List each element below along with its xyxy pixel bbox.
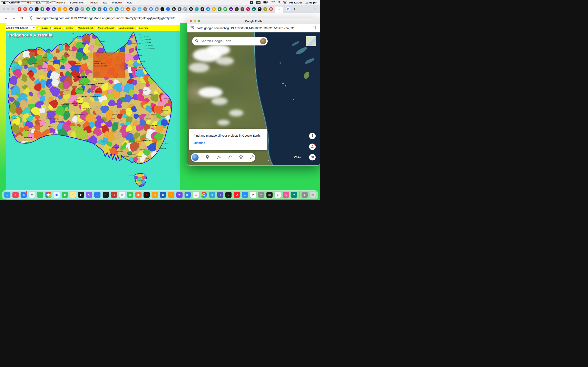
map-region[interactable] bbox=[111, 34, 116, 39]
map-region[interactable] bbox=[11, 145, 18, 150]
map-region[interactable] bbox=[163, 157, 171, 166]
dock-item-maps[interactable]: ⚑ bbox=[29, 192, 35, 198]
overview-minimap[interactable] bbox=[306, 36, 316, 46]
search-engine-select[interactable]: Google Web Search bbox=[5, 26, 36, 30]
account-avatar[interactable] bbox=[260, 38, 266, 44]
pinned-tab-14[interactable]: ↻ bbox=[98, 7, 102, 11]
pinned-tab-9[interactable]: W bbox=[69, 7, 73, 11]
map-region[interactable] bbox=[151, 50, 159, 58]
map-region[interactable] bbox=[145, 183, 149, 187]
option-books-checkbox[interactable] bbox=[63, 27, 65, 29]
earth-minimize-button[interactable] bbox=[194, 20, 196, 22]
option-map-onclick-[interactable]: Map (onclick) bbox=[75, 26, 93, 30]
map-region[interactable] bbox=[10, 149, 17, 158]
path-tool-icon[interactable] bbox=[216, 155, 221, 160]
map-region[interactable] bbox=[107, 40, 116, 50]
measure-tool-icon[interactable] bbox=[227, 155, 232, 160]
map-region[interactable] bbox=[8, 42, 19, 51]
dock-item-messages[interactable]: … bbox=[37, 192, 43, 198]
pinned-tab-38[interactable]: S bbox=[235, 7, 239, 11]
map-region[interactable] bbox=[144, 51, 151, 57]
pinned-tab-44[interactable]: G bbox=[269, 7, 273, 11]
map-region[interactable] bbox=[35, 160, 40, 165]
map-region[interactable] bbox=[21, 40, 29, 48]
option-images-checkbox[interactable] bbox=[38, 27, 40, 29]
pinned-tab-5[interactable]: ● bbox=[46, 7, 50, 11]
earth-zoom-button[interactable] bbox=[198, 20, 200, 22]
dock-item-music[interactable]: ♫ bbox=[12, 192, 18, 198]
menu-history[interactable]: History bbox=[54, 1, 67, 4]
dock-item-intellij[interactable]: IJ bbox=[225, 192, 232, 198]
dock-item-vlc[interactable]: ▲ bbox=[275, 192, 281, 198]
menu-view[interactable]: View bbox=[43, 1, 54, 4]
input-source-indicator[interactable]: AU bbox=[256, 1, 260, 4]
map-region[interactable] bbox=[141, 183, 146, 189]
dock-item-edge[interactable]: e bbox=[209, 192, 215, 198]
reload-button[interactable]: ↻ bbox=[20, 16, 23, 20]
pinned-tab-41[interactable]: ◆ bbox=[252, 7, 256, 11]
map-region[interactable] bbox=[6, 41, 12, 46]
dock-item-numbers[interactable]: ▦ bbox=[127, 192, 133, 198]
tab-search-chevron-icon[interactable]: ▾ bbox=[314, 8, 316, 11]
map-region[interactable] bbox=[158, 70, 167, 78]
pinned-tab-19[interactable]: ◆ bbox=[126, 7, 130, 11]
map-region[interactable] bbox=[35, 148, 40, 153]
pinned-tab-22[interactable]: ✎ bbox=[143, 7, 147, 11]
map-region[interactable] bbox=[173, 134, 177, 138]
dock-item-krita[interactable]: K bbox=[283, 192, 289, 198]
dock-item-photos[interactable] bbox=[45, 192, 52, 198]
map-region[interactable] bbox=[153, 31, 159, 35]
map-region[interactable] bbox=[69, 148, 78, 157]
map-region[interactable] bbox=[164, 35, 171, 43]
pinned-tab-37[interactable]: ◆ bbox=[229, 7, 233, 11]
dock-item-notes[interactable]: ≡ bbox=[70, 192, 76, 198]
active-app-name[interactable]: Chrome bbox=[9, 1, 20, 4]
dock-item-firefox[interactable]: ◉ bbox=[135, 192, 141, 198]
dock-item-terminal[interactable]: >_ bbox=[103, 192, 109, 198]
pinned-tab-12[interactable]: ◉ bbox=[86, 7, 90, 11]
pinned-tab-43[interactable]: ✎ bbox=[263, 7, 267, 11]
pinned-tab-16[interactable]: ◉ bbox=[109, 7, 113, 11]
australia-imagemap[interactable]: TORRES STRAITYOLNGUGURINDJIWARLPIRIYuend… bbox=[6, 31, 180, 200]
dock-item-opera[interactable]: O bbox=[234, 192, 240, 198]
option-audio-search[interactable]: Audio Search bbox=[116, 26, 134, 30]
zoom-window-button[interactable] bbox=[11, 8, 14, 10]
battery-icon[interactable] bbox=[263, 1, 268, 4]
pinned-tab-33[interactable]: ◉ bbox=[206, 7, 210, 11]
map-region[interactable] bbox=[101, 158, 108, 166]
pinned-tab-15[interactable]: ⚙ bbox=[103, 7, 107, 11]
pinned-tab-26[interactable]: f bbox=[166, 7, 170, 11]
pinned-tab-0[interactable]: ◎ bbox=[17, 7, 21, 11]
map-region[interactable] bbox=[63, 142, 75, 152]
spotlight-icon[interactable] bbox=[278, 1, 281, 4]
dock-item-netflix[interactable]: N bbox=[144, 192, 150, 198]
map-region[interactable] bbox=[156, 56, 162, 60]
map-region[interactable] bbox=[13, 142, 17, 146]
map-region[interactable] bbox=[167, 78, 177, 87]
map-region[interactable] bbox=[170, 31, 176, 35]
option-youtube[interactable]: YouTube bbox=[136, 26, 148, 30]
map-region[interactable] bbox=[132, 185, 136, 190]
map-region[interactable] bbox=[135, 45, 140, 51]
map-region[interactable] bbox=[152, 38, 156, 42]
pinned-tab-20[interactable]: ▢ bbox=[132, 7, 136, 11]
map-region[interactable] bbox=[18, 151, 26, 158]
pinned-tab-7[interactable]: ✓ bbox=[58, 7, 61, 11]
pinned-tab-21[interactable]: ☁ bbox=[138, 7, 141, 11]
map-region[interactable] bbox=[34, 141, 39, 147]
globe-layer-button[interactable] bbox=[192, 154, 199, 161]
menu-tab[interactable]: Tab bbox=[100, 1, 110, 4]
map-region[interactable] bbox=[169, 47, 177, 54]
option-books[interactable]: Books bbox=[63, 26, 73, 30]
dock-item-facetime[interactable]: ◉ bbox=[62, 192, 68, 198]
forward-button[interactable]: → bbox=[12, 16, 16, 20]
map-region[interactable] bbox=[171, 114, 180, 124]
indigenous-map[interactable]: TORRES STRAITYOLNGUGURINDJIWARLPIRIYuend… bbox=[6, 31, 180, 200]
dock-item-meet[interactable]: M bbox=[291, 192, 297, 198]
earth-viewport[interactable]: Find and manage all your projects in Goo… bbox=[187, 33, 320, 166]
map-region[interactable] bbox=[49, 160, 53, 164]
map-region[interactable] bbox=[158, 48, 165, 56]
map-region[interactable] bbox=[121, 31, 127, 34]
map-region[interactable] bbox=[17, 152, 27, 162]
map-region[interactable] bbox=[100, 31, 107, 34]
